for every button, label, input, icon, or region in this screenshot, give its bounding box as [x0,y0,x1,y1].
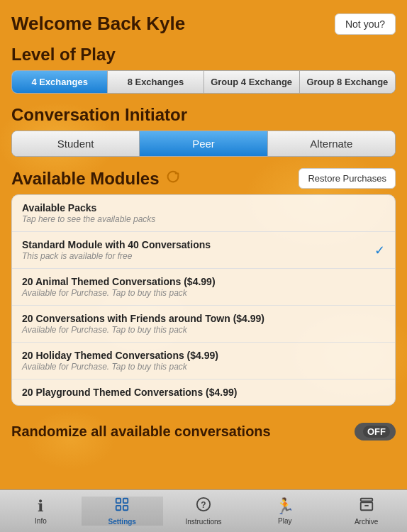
module-title: 20 Playground Themed Conversations ($4.9… [22,387,385,398]
settings-icon [114,497,130,516]
module-friends-town[interactable]: 20 Conversations with Friends around Tow… [12,306,395,343]
level-of-play-title: Level of Play [0,40,407,70]
module-subtitle: Available for Purchase. Tap to buy this … [22,362,385,372]
tab-group8-exchange[interactable]: Group 8 Exchange [300,71,395,93]
conversation-initiator-tabs: Student Peer Alternate [11,131,396,157]
module-available-packs[interactable]: Available Packs Tap here to see the avai… [12,195,395,232]
refresh-icon[interactable] [165,169,181,189]
module-animal[interactable]: 20 Animal Themed Conversations ($4.99) A… [12,269,395,306]
module-subtitle: Available for Purchase. Tap to buy this … [22,325,385,335]
play-icon: 🏃 [275,497,294,516]
module-subtitle: Tap here to see the available packs [22,214,385,224]
info-icon: ℹ [38,497,43,516]
nav-settings[interactable]: Settings [82,497,163,526]
svg-rect-6 [360,499,372,501]
tab-group4-exchange[interactable]: Group 4 Exchange [204,71,300,93]
module-title: 20 Animal Themed Conversations ($4.99) [22,276,385,287]
module-title: 20 Conversations with Friends around Tow… [22,313,385,324]
module-subtitle: This pack is available for free [22,251,385,261]
module-title: Standard Module with 40 Conversations [22,239,385,250]
welcome-text: Welcome Back Kyle [11,13,185,35]
svg-rect-3 [123,506,128,510]
nav-settings-label: Settings [108,518,135,526]
module-playground[interactable]: 20 Playground Themed Conversations ($4.9… [12,379,395,405]
module-subtitle: Available for Purchase. Tap to buy this … [22,288,385,298]
checkmark-icon: ✓ [374,243,385,258]
conversation-initiator-title: Conversation Initiator [0,101,407,131]
modules-list: Available Packs Tap here to see the avai… [11,194,396,406]
instructions-icon: ? [196,497,211,516]
nav-instructions-label: Instructions [185,518,221,526]
nav-play[interactable]: 🏃 Play [244,497,325,525]
restore-purchases-button[interactable]: Restore Purchases [299,168,396,189]
svg-rect-1 [123,499,128,503]
nav-archive-label: Archive [355,518,378,526]
nav-info-label: Info [35,517,47,525]
tab-student[interactable]: Student [12,131,140,156]
tab-8-exchanges[interactable]: 8 Exchanges [108,71,203,93]
module-title: 20 Holiday Themed Conversations ($4.99) [22,350,385,361]
svg-text:?: ? [201,500,206,510]
header: Welcome Back Kyle Not you? [0,0,407,40]
nav-archive[interactable]: Archive [325,497,407,526]
nav-play-label: Play [278,517,291,525]
module-holiday[interactable]: 20 Holiday Themed Conversations ($4.99) … [12,343,395,379]
level-of-play-tabs: 4 Exchanges 8 Exchanges Group 4 Exchange… [11,70,396,94]
randomize-bar: Randomize all available conversations OF… [0,411,407,452]
randomize-toggle[interactable]: OFF [355,423,396,440]
toggle-off-label: OFF [363,426,390,438]
tab-alternate[interactable]: Alternate [268,131,395,156]
nav-info[interactable]: ℹ Info [0,497,82,525]
bottom-nav: ℹ Info Settings ? Instructions 🏃 Play [0,489,407,532]
module-title: Available Packs [22,202,385,214]
randomize-label: Randomize all available conversations [11,423,271,440]
nav-instructions[interactable]: ? Instructions [163,497,245,526]
svg-rect-2 [116,506,121,510]
modules-title: Available Modules [11,169,181,189]
svg-rect-0 [116,499,121,503]
not-you-button[interactable]: Not you? [335,13,396,35]
tab-peer[interactable]: Peer [140,131,267,156]
module-standard[interactable]: Standard Module with 40 Conversations Th… [12,232,395,269]
modules-header: Available Modules Restore Purchases [0,165,407,194]
archive-icon [359,497,374,516]
tab-4-exchanges[interactable]: 4 Exchanges [12,71,108,93]
